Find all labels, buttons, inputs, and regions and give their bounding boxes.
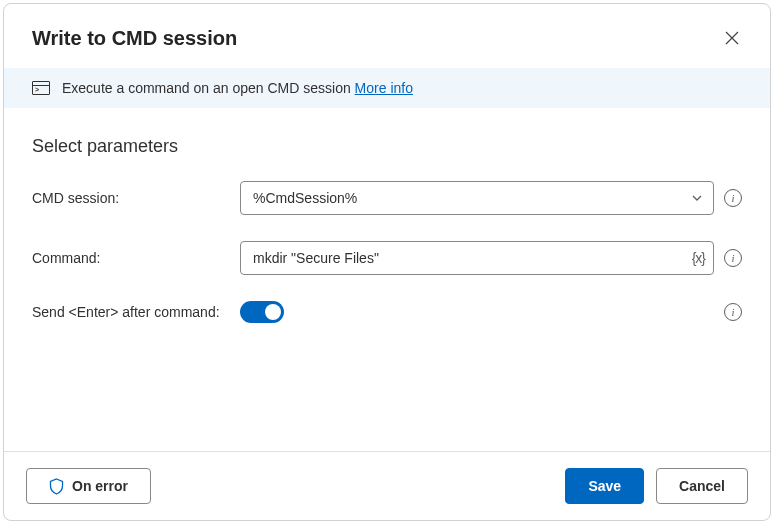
- info-text: Execute a command on an open CMD session: [62, 80, 351, 96]
- cmd-session-info-icon[interactable]: i: [724, 189, 742, 207]
- cmd-session-control: %CmdSession% i: [240, 181, 742, 215]
- command-input[interactable]: [253, 250, 692, 266]
- cmd-session-value: %CmdSession%: [253, 190, 357, 206]
- send-enter-info-icon[interactable]: i: [724, 303, 742, 321]
- command-label: Command:: [32, 250, 240, 266]
- field-send-enter: Send <Enter> after command: i: [32, 301, 742, 323]
- cancel-label: Cancel: [679, 478, 725, 494]
- send-enter-label: Send <Enter> after command:: [32, 304, 220, 320]
- info-text-wrap: Execute a command on an open CMD session…: [62, 80, 413, 96]
- command-info-icon[interactable]: i: [724, 249, 742, 267]
- shield-icon: [49, 478, 64, 495]
- field-command: Command: {x} i: [32, 241, 742, 275]
- on-error-label: On error: [72, 478, 128, 494]
- dialog-footer: On error Save Cancel: [4, 451, 770, 520]
- save-label: Save: [588, 478, 621, 494]
- chevron-down-icon: [691, 192, 703, 204]
- command-input-wrap: {x}: [240, 241, 714, 275]
- more-info-link[interactable]: More info: [355, 80, 413, 96]
- variable-icon[interactable]: {x}: [692, 250, 705, 266]
- dialog-header: Write to CMD session: [4, 4, 770, 68]
- save-button[interactable]: Save: [565, 468, 644, 504]
- on-error-button[interactable]: On error: [26, 468, 151, 504]
- close-icon: [725, 31, 739, 45]
- section-title: Select parameters: [32, 136, 742, 157]
- cmd-session-dropdown[interactable]: %CmdSession%: [240, 181, 714, 215]
- cancel-button[interactable]: Cancel: [656, 468, 748, 504]
- footer-right: Save Cancel: [565, 468, 748, 504]
- info-bar: Execute a command on an open CMD session…: [4, 68, 770, 108]
- field-cmd-session: CMD session: %CmdSession% i: [32, 181, 742, 215]
- command-control: {x} i: [240, 241, 742, 275]
- close-button[interactable]: [716, 22, 748, 54]
- dialog-content: Select parameters CMD session: %CmdSessi…: [4, 108, 770, 451]
- dialog: Write to CMD session Execute a command o…: [3, 3, 771, 521]
- cmd-icon: [32, 81, 50, 95]
- cmd-session-label: CMD session:: [32, 190, 240, 206]
- send-enter-toggle[interactable]: [240, 301, 284, 323]
- dialog-title: Write to CMD session: [32, 27, 237, 50]
